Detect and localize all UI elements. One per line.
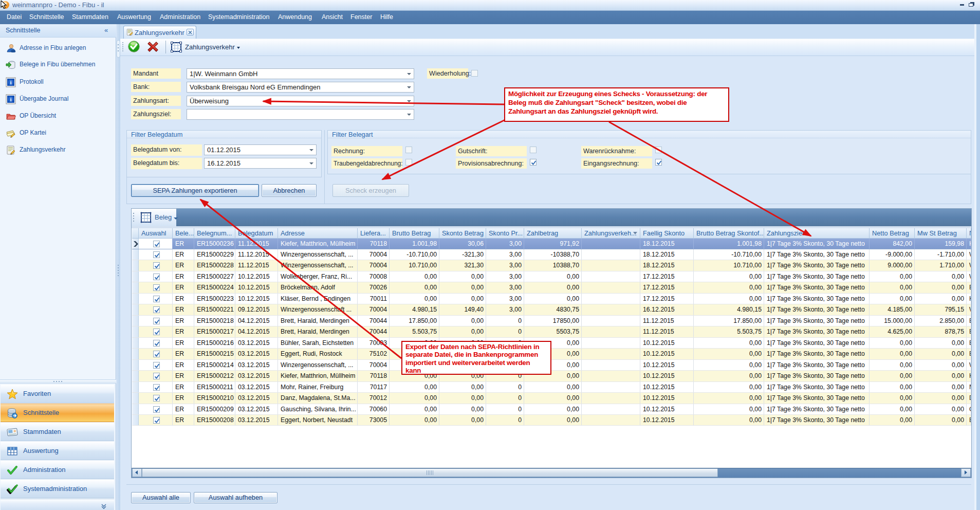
svg-text:i: i <box>10 96 11 102</box>
svg-text:i: i <box>10 79 11 85</box>
